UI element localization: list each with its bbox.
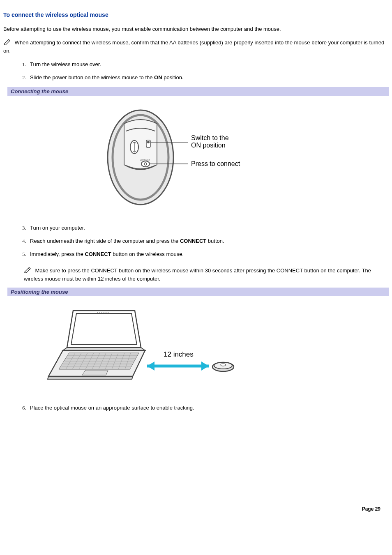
step-number: 3. bbox=[22, 224, 26, 232]
figure-1: CONNECT Switch to the ON position Press … bbox=[3, 104, 389, 212]
step-3: 3. Turn on your computer. bbox=[3, 224, 389, 232]
step-4: 4. Reach underneath the right side of th… bbox=[3, 237, 389, 245]
step-number: 6. bbox=[22, 404, 26, 412]
step-5-text-a: Immediately, press the bbox=[30, 251, 85, 257]
step-2-bold: ON bbox=[154, 74, 162, 81]
svg-point-17 bbox=[108, 312, 108, 313]
step-4-text-a: Reach underneath the right side of the c… bbox=[30, 238, 180, 244]
fig1-label-press: Press to connect bbox=[191, 160, 240, 167]
note-2: Make sure to press the CONNECT button on… bbox=[24, 267, 389, 283]
svg-marker-11 bbox=[71, 313, 137, 345]
step-5-bold: CONNECT bbox=[85, 251, 111, 257]
step-2-text-b: position. bbox=[162, 74, 184, 81]
figure-2: 12 inches bbox=[40, 304, 389, 392]
svg-point-12 bbox=[97, 312, 98, 313]
svg-point-4 bbox=[147, 141, 150, 143]
svg-point-5 bbox=[141, 161, 150, 167]
step-6-text: Place the optical mouse on an appropriat… bbox=[30, 405, 194, 411]
step-number: 1. bbox=[22, 61, 26, 68]
svg-point-13 bbox=[99, 312, 100, 313]
svg-marker-37 bbox=[82, 370, 108, 375]
step-1: 1. Turn the wireless mouse over. bbox=[3, 61, 389, 68]
svg-text:CONNECT: CONNECT bbox=[140, 159, 150, 161]
note-2-text: Make sure to press the CONNECT button on… bbox=[24, 267, 371, 282]
figure-1-caption: Connecting the mouse bbox=[3, 87, 389, 96]
fig1-label-switch-line2: ON position bbox=[191, 142, 226, 149]
step-5-text-b: button on the wireless mouse. bbox=[111, 251, 184, 257]
svg-marker-39 bbox=[147, 362, 154, 371]
step-5: 5. Immediately, press the CONNECT button… bbox=[3, 251, 389, 258]
note-1-text: When attempting to connect the wireless … bbox=[3, 39, 384, 54]
step-number: 5. bbox=[22, 251, 26, 258]
svg-point-15 bbox=[104, 312, 104, 313]
svg-point-16 bbox=[106, 312, 106, 313]
step-number: 2. bbox=[22, 74, 26, 81]
pencil-icon bbox=[3, 39, 12, 47]
fig2-distance-label: 12 inches bbox=[164, 350, 194, 358]
svg-marker-20 bbox=[48, 376, 133, 379]
intro-paragraph: Before attempting to use the wireless mo… bbox=[3, 25, 389, 33]
svg-marker-40 bbox=[201, 362, 209, 371]
step-6: 6. Place the optical mouse on an appropr… bbox=[3, 404, 389, 412]
fig1-label-switch-line1: Switch to the bbox=[191, 134, 229, 141]
page-heading: To connect the wireless optical mouse bbox=[3, 12, 389, 18]
step-number: 4. bbox=[22, 237, 26, 245]
page-footer: Page 29 bbox=[3, 506, 389, 512]
pencil-icon bbox=[24, 267, 32, 275]
step-3-text: Turn on your computer. bbox=[30, 225, 85, 231]
step-2-text-a: Slide the power button on the wireless m… bbox=[30, 74, 154, 81]
figure-2-caption: Positioning the mouse bbox=[3, 288, 389, 296]
note-1: When attempting to connect the wireless … bbox=[3, 39, 389, 55]
svg-point-14 bbox=[101, 312, 102, 313]
step-4-text-b: button. bbox=[206, 238, 224, 244]
svg-point-43 bbox=[221, 364, 226, 366]
step-2: 2. Slide the power button on the wireles… bbox=[3, 74, 389, 81]
step-4-bold: CONNECT bbox=[180, 238, 206, 244]
step-1-text: Turn the wireless mouse over. bbox=[30, 61, 101, 67]
